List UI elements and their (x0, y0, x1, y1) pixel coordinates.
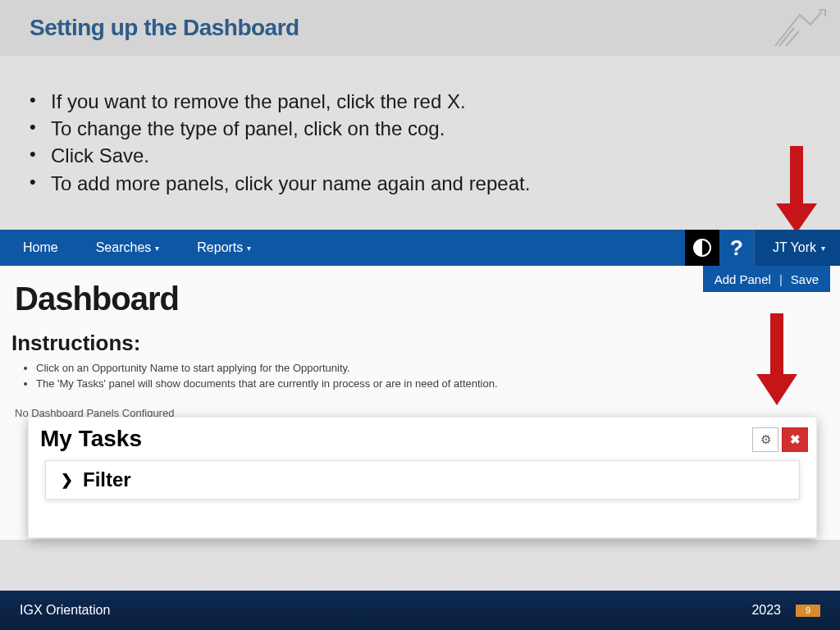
no-panels-text: No Dashboard Panels Configured (0, 399, 840, 419)
svg-rect-2 (770, 313, 783, 377)
app-navbar: Home Searches▾ Reports▾ ? JT York▾ (0, 230, 840, 266)
contrast-icon (693, 239, 711, 257)
filter-label: Filter (83, 468, 131, 491)
help-button[interactable]: ? (719, 230, 754, 266)
nav-searches[interactable]: Searches▾ (76, 230, 178, 266)
add-panel-button[interactable]: Add Panel (714, 272, 771, 286)
contrast-toggle[interactable] (685, 230, 719, 266)
slide-title: Setting up the Dashboard (30, 15, 299, 41)
nav-reports[interactable]: Reports▾ (177, 230, 269, 266)
svg-marker-3 (756, 374, 797, 405)
save-button[interactable]: Save (791, 272, 819, 286)
nav-home[interactable]: Home (0, 230, 76, 266)
footer-year: 2023 (751, 603, 781, 618)
filter-toggle[interactable]: ❯ Filter (45, 460, 800, 500)
chevron-right-icon: ❯ (61, 471, 73, 489)
footer-left: IGX Orientation (20, 603, 110, 618)
arrow-pointer-icon (776, 146, 817, 233)
chevron-down-icon: ▾ (247, 244, 251, 253)
help-icon: ? (730, 235, 743, 261)
instruction-bullets: If you want to remove the panel, click t… (0, 56, 840, 196)
bullet-item: To add more panels, click your name agai… (30, 171, 840, 196)
panel-remove-button[interactable]: ✖ (782, 427, 808, 452)
my-tasks-panel: My Tasks ⚙ ✖ ❯ Filter (28, 417, 817, 538)
svg-marker-1 (776, 203, 817, 233)
instructions-heading: Instructions: (0, 322, 840, 359)
close-icon: ✖ (790, 432, 801, 447)
user-menu[interactable]: JT York▾ (754, 230, 840, 266)
bullet-item: To change the type of panel, click on th… (30, 116, 840, 141)
chevron-down-icon: ▾ (155, 244, 159, 253)
bullet-item: If you want to remove the panel, click t… (30, 89, 840, 114)
instructions-list: Click on an Opportunity Name to start ap… (0, 359, 840, 399)
arrow-pointer-icon (756, 313, 797, 405)
page-number: 9 (796, 605, 820, 617)
chevron-down-icon: ▾ (821, 244, 825, 253)
separator: | (771, 272, 791, 286)
gear-icon: ⚙ (760, 432, 771, 447)
panel-title: My Tasks (40, 426, 752, 452)
svg-rect-0 (790, 146, 803, 207)
logo-icon (771, 7, 829, 49)
slide-footer: IGX Orientation 2023 9 (0, 591, 840, 630)
panel-action-bar: Add Panel | Save (703, 266, 830, 292)
slide-header: Setting up the Dashboard (0, 0, 840, 56)
instruction-item: Click on an Opportunity Name to start ap… (36, 361, 840, 377)
panel-settings-button[interactable]: ⚙ (752, 427, 778, 452)
instruction-item: The 'My Tasks' panel will show documents… (36, 377, 840, 392)
bullet-item: Click Save. (30, 143, 840, 168)
